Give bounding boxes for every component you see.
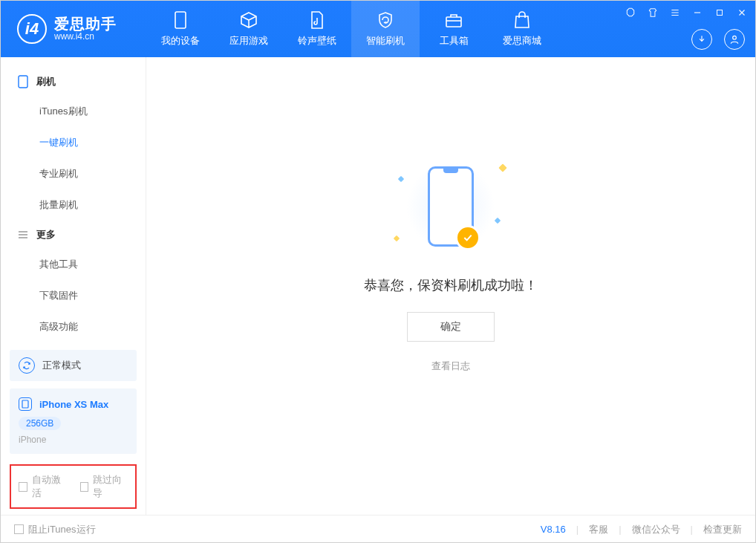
device-card[interactable]: iPhone XS Max 256GB iPhone [10, 388, 137, 454]
check-badge-icon [455, 225, 480, 250]
auto-activate-checkbox[interactable]: 自动激活 [19, 473, 67, 500]
separator: | [691, 524, 693, 535]
phone-icon [171, 10, 190, 30]
checkbox-label: 跳过向导 [93, 473, 128, 500]
toolbox-icon [444, 10, 463, 30]
sidebar-item-itunes-flash[interactable]: iTunes刷机 [1, 96, 146, 127]
device-model: iPhone [19, 435, 128, 445]
tab-smart-flash[interactable]: 智能刷机 [351, 1, 420, 57]
tab-label: 智能刷机 [366, 34, 405, 48]
maximize-button[interactable] [714, 7, 726, 19]
close-button[interactable] [736, 7, 748, 19]
svg-rect-1 [446, 17, 461, 27]
sidebar-item-batch-flash[interactable]: 批量刷机 [1, 189, 146, 221]
mode-label: 正常模式 [42, 359, 81, 372]
top-tabs: 我的设备 应用游戏 铃声壁纸 智能刷机 工具箱 爱思商城 [146, 1, 556, 57]
device-capacity: 256GB [19, 417, 61, 430]
skip-guide-checkbox[interactable]: 跳过向导 [80, 473, 128, 500]
svg-rect-0 [175, 12, 186, 28]
checkbox-label: 自动激活 [32, 473, 67, 500]
tab-label: 我的设备 [161, 34, 200, 48]
checkbox-icon [19, 482, 27, 492]
tab-label: 工具箱 [440, 34, 469, 48]
list-icon [17, 229, 29, 241]
view-log-link[interactable]: 查看日志 [431, 360, 470, 373]
cube-icon [239, 10, 258, 30]
minimize-button[interactable] [691, 7, 703, 19]
separator: | [619, 524, 621, 535]
success-illustration [391, 155, 510, 259]
check-update-link[interactable]: 检查更新 [703, 523, 742, 536]
tab-ringtone-wallpaper[interactable]: 铃声壁纸 [283, 1, 351, 57]
music-file-icon [307, 10, 327, 30]
separator: | [576, 524, 579, 535]
version-label: V8.16 [541, 524, 566, 535]
device-mode-card[interactable]: 正常模式 [10, 350, 137, 381]
device-name: iPhone XS Max [39, 399, 108, 410]
sidebar-item-advanced[interactable]: 高级功能 [1, 311, 146, 342]
skin-icon[interactable] [647, 7, 659, 19]
logo-icon: i4 [17, 14, 47, 44]
checkbox-icon [80, 482, 89, 492]
svg-rect-5 [22, 400, 28, 408]
tab-toolbox[interactable]: 工具箱 [420, 1, 488, 57]
sidebar-group-more: 更多 [1, 221, 146, 249]
group-title: 刷机 [36, 75, 56, 88]
svg-rect-4 [19, 76, 27, 88]
ok-button[interactable]: 确定 [407, 312, 495, 342]
tab-my-device[interactable]: 我的设备 [146, 1, 215, 57]
sidebar-item-download-firmware[interactable]: 下载固件 [1, 280, 146, 311]
shopping-bag-icon [512, 10, 532, 30]
tab-label: 爱思商城 [503, 34, 541, 48]
checkbox-icon [14, 524, 24, 534]
sidebar-item-oneclick-flash[interactable]: 一键刷机 [1, 127, 146, 158]
sidebar: 刷机 iTunes刷机 一键刷机 专业刷机 批量刷机 更多 其他工具 下载固件 … [1, 57, 146, 515]
menu-icon[interactable] [669, 7, 681, 19]
sidebar-group-flash: 刷机 [1, 68, 146, 96]
flash-options-row: 自动激活 跳过向导 [10, 464, 137, 509]
download-button[interactable] [691, 29, 712, 50]
sidebar-item-other-tools[interactable]: 其他工具 [1, 249, 146, 280]
main-panel: 恭喜您，保资料刷机成功啦！ 确定 查看日志 [146, 57, 755, 515]
account-controls [691, 29, 745, 50]
app-logo: i4 爱思助手 www.i4.cn [1, 1, 146, 57]
phone-outline-icon [17, 76, 29, 88]
account-button[interactable] [724, 29, 745, 50]
success-message: 恭喜您，保资料刷机成功啦！ [364, 276, 538, 294]
block-itunes-checkbox[interactable]: 阻止iTunes运行 [14, 523, 96, 536]
checkbox-label: 阻止iTunes运行 [28, 523, 96, 536]
group-title: 更多 [36, 228, 56, 241]
device-icon [19, 397, 32, 411]
title-bar: i4 爱思助手 www.i4.cn 我的设备 应用游戏 铃声壁纸 智能刷机 工具… [1, 1, 755, 57]
svg-point-3 [733, 36, 737, 39]
wechat-link[interactable]: 微信公众号 [632, 523, 680, 536]
feedback-icon[interactable] [625, 7, 636, 19]
window-controls [625, 7, 748, 19]
svg-rect-2 [717, 10, 723, 16]
tab-label: 铃声壁纸 [298, 34, 336, 48]
app-name: 爱思助手 [54, 16, 117, 32]
tab-store[interactable]: 爱思商城 [488, 1, 556, 57]
sync-icon [19, 357, 35, 374]
support-link[interactable]: 客服 [589, 523, 608, 536]
refresh-shield-icon [376, 10, 395, 30]
app-url: www.i4.cn [54, 32, 117, 42]
sidebar-item-pro-flash[interactable]: 专业刷机 [1, 158, 146, 189]
tab-label: 应用游戏 [229, 34, 268, 48]
tab-apps-games[interactable]: 应用游戏 [215, 1, 283, 57]
phone-icon [428, 166, 474, 247]
